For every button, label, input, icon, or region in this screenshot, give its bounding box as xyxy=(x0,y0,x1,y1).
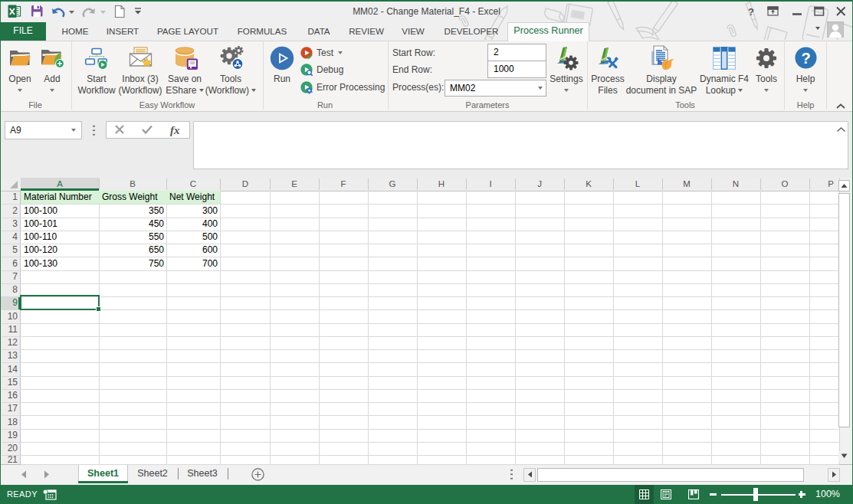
svg-text:?: ? xyxy=(748,6,754,18)
